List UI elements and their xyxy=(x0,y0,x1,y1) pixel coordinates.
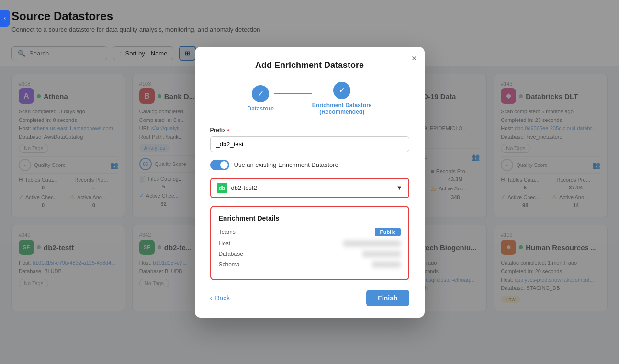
step1-circle: ✓ xyxy=(252,85,269,102)
schema-key: Schema xyxy=(219,261,257,268)
sidebar-arrow-icon: ‹ xyxy=(4,15,6,22)
teams-public-badge: Public xyxy=(375,228,400,236)
detail-row-host: Host xyxy=(219,240,401,247)
host-value xyxy=(343,240,401,247)
detail-row-teams: Teams Public xyxy=(219,228,401,236)
toggle-label: Use an existing Enrichment Datastore xyxy=(234,161,338,168)
step2-label: Enrichment Datastore (Recommended) xyxy=(312,102,372,115)
step2-circle: ✓ xyxy=(333,82,350,99)
back-button[interactable]: ‹ Back xyxy=(210,294,230,302)
enrichment-details-panel: Enrichment Details Teams Public Host Dat… xyxy=(210,206,409,280)
existing-datastore-toggle[interactable] xyxy=(210,160,229,170)
enrichment-details-title: Enrichment Details xyxy=(219,214,401,222)
required-indicator: • xyxy=(227,127,229,133)
sidebar-toggle[interactable]: ‹ xyxy=(0,10,10,27)
wizard-step-2: ✓ Enrichment Datastore (Recommended) xyxy=(312,82,372,115)
step-connector xyxy=(274,93,312,94)
toggle-row: Use an existing Enrichment Datastore xyxy=(210,160,409,170)
finish-button[interactable]: Finish xyxy=(366,290,409,306)
dropdown-wrapper: db db2-test2 ▼ xyxy=(210,178,409,198)
chevron-down-icon: ▼ xyxy=(396,184,403,191)
db-icon: db xyxy=(217,183,227,193)
detail-row-schema: Schema xyxy=(219,261,401,268)
database-key: Database xyxy=(219,251,257,257)
back-arrow-icon: ‹ xyxy=(210,294,213,302)
database-value xyxy=(362,251,401,257)
modal-footer: ‹ Back Finish xyxy=(210,290,409,306)
teams-key: Teams xyxy=(219,229,257,235)
modal-overlay: × Add Enrichment Datastore ✓ Datastore ✓… xyxy=(0,0,619,319)
back-label: Back xyxy=(215,294,230,302)
modal-title: Add Enrichment Datastore xyxy=(210,60,409,70)
step1-label: Datastore xyxy=(247,105,273,112)
enrichment-datastore-dropdown[interactable]: db db2-test2 ▼ xyxy=(210,178,409,198)
dropdown-value: db2-test2 xyxy=(231,184,257,191)
modal-close-button[interactable]: × xyxy=(412,54,417,64)
prefix-label: Prefix • xyxy=(210,127,409,133)
prefix-form-group: Prefix • xyxy=(210,127,409,152)
detail-row-database: Database xyxy=(219,251,401,257)
wizard-steps: ✓ Datastore ✓ Enrichment Datastore (Reco… xyxy=(210,82,409,115)
modal-dialog: × Add Enrichment Datastore ✓ Datastore ✓… xyxy=(195,47,425,318)
schema-value xyxy=(372,261,401,268)
prefix-input[interactable] xyxy=(210,136,409,152)
wizard-step-1: ✓ Datastore xyxy=(247,85,273,112)
host-key: Host xyxy=(219,240,257,247)
toggle-slider xyxy=(210,160,229,170)
